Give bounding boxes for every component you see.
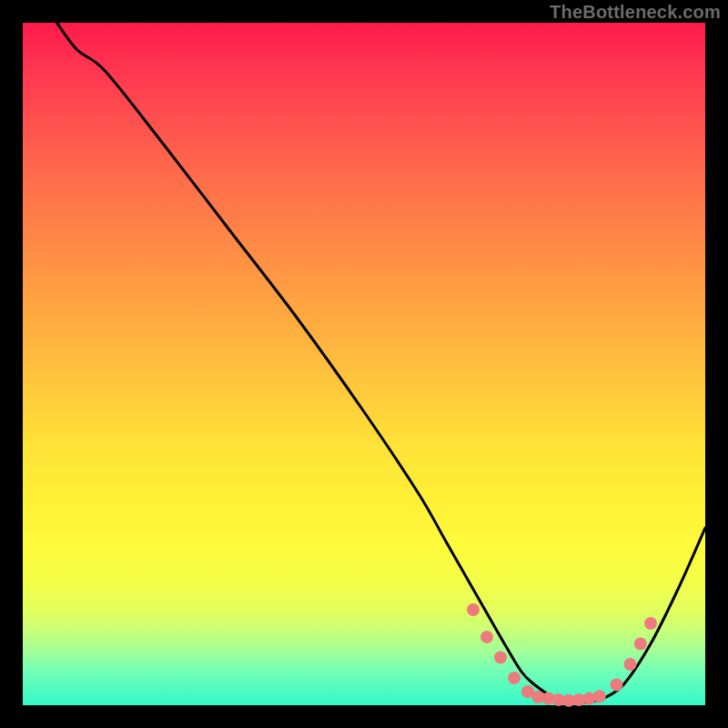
bottleneck-curve [57, 23, 706, 703]
curve-marker [508, 672, 521, 684]
plot-area [23, 23, 705, 705]
curve-marker [480, 631, 493, 643]
curve-marker [624, 658, 637, 671]
curve-marker [634, 638, 647, 651]
curve-marker [611, 679, 623, 692]
curve-marker [494, 652, 507, 664]
chart-svg [23, 23, 705, 705]
watermark-label: TheBottleneck.com [550, 2, 721, 23]
curve-marker [593, 690, 606, 703]
marker-group [467, 603, 657, 707]
chart-frame: TheBottleneck.com [0, 0, 728, 728]
curve-marker [644, 617, 657, 630]
curve-marker [467, 603, 480, 616]
